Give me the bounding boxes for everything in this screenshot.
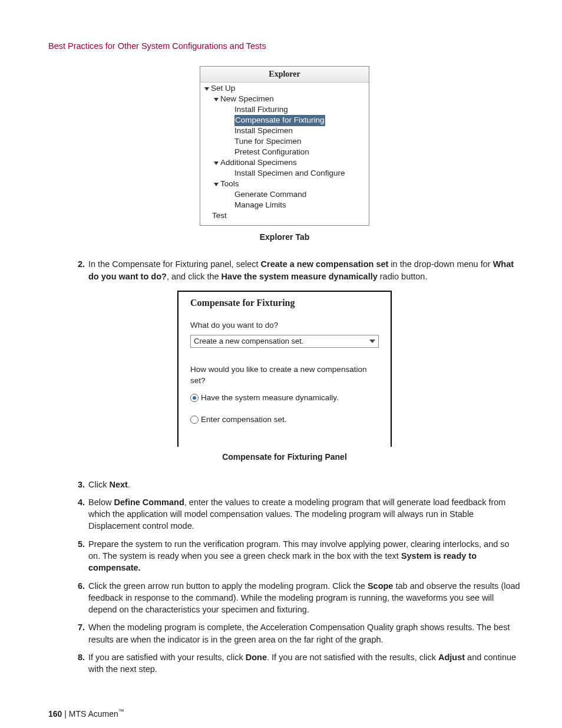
what-do-you-want-dropdown[interactable]: Create a new compensation set. [190,335,379,348]
text: When the modeling program is complete, t… [88,622,510,644]
text: Click the green arrow run button to appl… [88,581,368,591]
explorer-panel: Explorer Set Up New Specimen Install Fix… [200,66,369,226]
text-bold: Create a new compensation set [261,259,389,269]
tree-item-tune-for-specimen[interactable]: Tune for Specimen [200,137,369,147]
tree-item-setup[interactable]: Set Up [200,84,369,94]
compensate-for-fixturing-panel: Compensate for Fixturing What do you wan… [177,291,392,447]
step-2: 2. In the Compensate for Fixturing panel… [72,258,521,282]
tree-item-install-specimen[interactable]: Install Specimen [200,126,369,137]
svg-marker-0 [204,87,209,91]
tree-label: Tune for Specimen [234,136,302,147]
tree-item-install-specimen-and-configure[interactable]: Install Specimen and Configure [200,169,369,179]
svg-marker-1 [214,98,219,101]
page-footer: 160 | MTS Acumen™ [48,707,521,720]
tree-label: Tools [220,179,239,190]
tree-label: Pretest Configuration [234,147,309,158]
svg-marker-2 [214,162,219,165]
step-3: 3. Click Next. [72,479,521,490]
tree-label: Compensate for Fixturing [234,115,325,126]
tree-item-additional-specimens[interactable]: Additional Specimens [200,158,369,169]
radio-label: Have the system measure dynamically. [201,393,339,404]
tree-item-new-specimen[interactable]: New Specimen [200,94,369,105]
step-8: 8. If you are satisfied with your result… [72,651,521,676]
tree-label: Install Specimen and Configure [234,168,345,179]
step-6: 6. Click the green arrow run button to a… [72,580,521,616]
tree-label: Set Up [211,83,235,94]
tree-item-pretest-configuration[interactable]: Pretest Configuration [200,147,369,158]
text: If you are satisfied with your results, … [88,653,246,662]
trademark-symbol: ™ [118,708,124,714]
tree-label: Manage Limits [234,200,286,211]
chevron-down-icon [204,86,210,92]
tree-item-tools[interactable]: Tools [200,179,369,190]
chevron-down-icon [213,182,219,187]
step-4: 4. Below Define Command, enter the value… [72,496,521,532]
question-label: What do you want to do? [190,320,379,331]
tree-label: Additional Specimens [220,157,297,169]
text: . If you are not satisfied with the resu… [267,653,438,662]
product-name: MTS Acumen [69,709,118,718]
tree-label: Install Specimen [234,126,293,137]
tree-item-manage-limits[interactable]: Manage Limits [200,200,369,211]
step-number: 3. [72,479,85,490]
svg-marker-3 [214,183,219,186]
chevron-down-icon [213,160,219,166]
tree-label: Install Fixturing [234,104,288,116]
text-bold: Have the system measure dynamically [222,272,378,281]
tree-label: Test [212,210,227,222]
explorer-caption: Explorer Tab [48,232,521,243]
radio-enter-compensation-set[interactable]: Enter compensation set. [190,414,379,426]
breadcrumb: Best Practices for Other System Configur… [48,40,521,52]
explorer-title: Explorer [200,67,369,83]
step-number: 8. [72,651,85,676]
text-bold: Done [246,653,267,662]
chevron-down-icon [369,340,375,343]
radio-icon [190,416,199,424]
text: . [128,480,130,489]
step-number: 7. [72,621,85,645]
step-7: 7. When the modeling program is complete… [72,621,521,645]
text-bold: Adjust [438,653,465,662]
dropdown-value: Create a new compensation set. [194,336,303,347]
step-number: 4. [72,496,85,532]
text: In the Compensate for Fixturing panel, s… [88,259,261,269]
compensate-panel-caption: Compensate for Fixturing Panel [48,452,521,463]
question-label: How would you like to create a new compe… [190,364,379,387]
explorer-tree: Set Up New Specimen Install Fixturing Co… [200,83,369,225]
text: Below [88,498,114,507]
radio-label: Enter compensation set. [201,414,287,426]
tree-label: New Specimen [220,94,274,105]
text: radio button. [378,272,428,281]
panel-title: Compensate for Fixturing [190,297,379,309]
text-bold: Scope [368,581,394,591]
page-number: 160 [48,709,62,718]
radio-icon [190,394,199,402]
step-5: 5. Prepare the system to run the verific… [72,538,521,574]
text-bold: Define Command [114,498,184,507]
step-number: 6. [72,580,85,616]
text: | [62,709,68,718]
tree-item-generate-command[interactable]: Generate Command [200,190,369,200]
tree-item-test[interactable]: Test [200,211,369,222]
text: in the drop-down menu for [388,259,492,269]
text: , and click the [167,272,222,281]
tree-item-install-fixturing[interactable]: Install Fixturing [200,105,369,116]
tree-label: Generate Command [234,189,306,200]
radio-measure-dynamically[interactable]: Have the system measure dynamically. [190,393,379,404]
step-number: 2. [72,258,85,282]
tree-item-compensate-for-fixturing[interactable]: Compensate for Fixturing [200,116,369,126]
chevron-down-icon [213,97,219,103]
text: Click [88,480,109,489]
step-number: 5. [72,538,85,574]
text-bold: Next [109,480,127,489]
